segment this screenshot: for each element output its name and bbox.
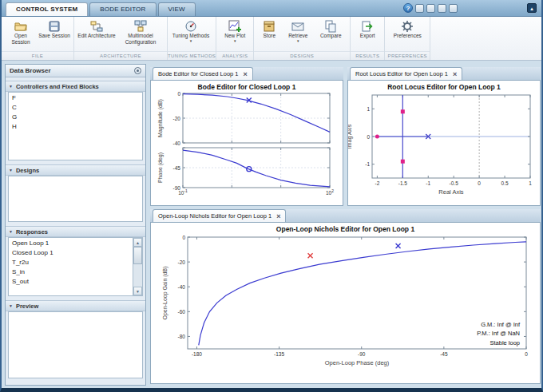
data-browser-menu-icon[interactable] <box>134 67 141 74</box>
button-label: Multimodel Configuration <box>117 33 164 46</box>
app-window: CONTROL SYSTEM BODE EDITOR VIEW ? ▴ <box>0 0 543 392</box>
section-title: Designs <box>16 167 39 174</box>
store-box-icon <box>263 19 275 33</box>
responses-list[interactable]: Open Loop 1 Closed Loop 1 T_r2u S_in S_o… <box>8 237 143 296</box>
export-button[interactable]: Export <box>353 18 382 40</box>
retrieve-envelope-icon <box>291 19 304 33</box>
root-locus-plot-area[interactable]: Root Locus Editor for Open Loop 1 -2-1.5… <box>347 81 541 206</box>
chevron-down-icon: ▾ <box>190 39 192 42</box>
svg-text:1: 1 <box>367 106 370 112</box>
svg-text:-1: -1 <box>426 180 430 186</box>
tab-view[interactable]: VIEW <box>158 2 196 16</box>
ribbon-group-label: DESIGNS <box>254 51 350 60</box>
export-icon <box>361 19 374 33</box>
list-item[interactable]: S_out <box>9 276 142 286</box>
list-item[interactable]: C <box>9 102 142 112</box>
button-label: Edit Architecture <box>77 33 115 39</box>
save-session-button[interactable]: Save Session <box>38 18 71 40</box>
scroll-down-icon[interactable]: ▼ <box>133 287 142 295</box>
tab-nichols-doc[interactable]: Open-Loop Nichols Editor for Open Loop 1… <box>153 209 286 222</box>
section-controllers[interactable]: ▼ Controllers and Fixed Blocks <box>6 81 145 92</box>
ribbon-group-label: RESULTS <box>351 51 384 60</box>
root-locus-plot[interactable]: -2-1.5-1-0.500.5110-1Imag AxisReal Axis <box>348 92 540 204</box>
close-icon[interactable]: × <box>276 212 280 220</box>
svg-text:-180: -180 <box>192 351 202 357</box>
list-item[interactable]: Closed Loop 1 <box>9 247 142 257</box>
ribbon-group-label: PREFERENCES <box>385 51 430 60</box>
collapse-triangle-icon: ▼ <box>9 84 13 89</box>
window-icons: ? ▴ <box>403 3 537 13</box>
close-icon[interactable]: × <box>243 70 247 78</box>
list-item[interactable]: S_in <box>9 267 142 276</box>
ribbon-group-label: ARCHITECTURE <box>74 51 167 60</box>
button-label: Preferences <box>394 33 422 39</box>
tuning-methods-button[interactable]: Tuning Methods ▾ <box>170 18 212 43</box>
compare-button[interactable]: Compare <box>314 18 347 40</box>
multimodel-configuration-button[interactable]: Multimodel Configuration <box>117 18 164 46</box>
nichols-plot-title: Open-Loop Nichols Editor for Open Loop 1 <box>151 225 540 234</box>
edit-architecture-button[interactable]: Edit Architecture <box>77 18 117 40</box>
svg-text:-1.5: -1.5 <box>398 180 408 186</box>
section-title: Responses <box>16 228 48 236</box>
svg-text:-40: -40 <box>173 141 181 146</box>
section-responses[interactable]: ▼ Responses <box>6 226 145 237</box>
tuning-gauge-icon <box>184 19 197 33</box>
preferences-button[interactable]: Preferences <box>387 18 427 40</box>
data-browser-panel: Data Browser ▼ Controllers and Fixed Blo… <box>5 64 146 386</box>
svg-text:-90: -90 <box>358 351 366 357</box>
quick-access-icon[interactable] <box>438 4 446 13</box>
collapse-triangle-icon: ▼ <box>9 303 13 308</box>
svg-text:-20: -20 <box>173 116 181 121</box>
ribbon-group-label: TUNING METHODS <box>168 51 216 60</box>
ribbon-group-label: FILE <box>2 51 73 60</box>
svg-text:-45: -45 <box>440 351 448 357</box>
tab-control-system[interactable]: CONTROL SYSTEM <box>6 2 88 16</box>
store-button[interactable]: Store <box>256 18 282 40</box>
bode-plot[interactable]: 0-20-40Magnitude (dB)10-1102-45-90Phase … <box>151 92 343 204</box>
nichols-plot-area[interactable]: Open-Loop Nichols Editor for Open Loop 1… <box>150 223 541 384</box>
open-session-button[interactable]: Open Session <box>4 18 38 46</box>
collapse-triangle-icon: ▼ <box>9 168 13 172</box>
section-title: Controllers and Fixed Blocks <box>16 83 99 90</box>
help-icon[interactable]: ? <box>403 3 413 13</box>
list-item[interactable]: H <box>9 121 142 131</box>
minimize-ribbon-icon[interactable]: ▴ <box>527 3 537 13</box>
button-label: Export <box>360 33 375 39</box>
section-preview[interactable]: ▼ Preview <box>6 300 145 311</box>
section-designs[interactable]: ▼ Designs <box>6 164 145 176</box>
tab-bode-editor-doc[interactable]: Bode Editor for Closed Loop 1 × <box>153 67 253 80</box>
close-icon[interactable]: × <box>453 70 457 78</box>
svg-text:Real Axis: Real Axis <box>438 188 464 196</box>
designs-list[interactable] <box>8 176 143 222</box>
list-item[interactable]: F <box>9 93 142 102</box>
svg-text:Open-Loop Phase (deg): Open-Loop Phase (deg) <box>325 359 390 366</box>
ribbon-group-results: Export RESULTS <box>351 17 385 60</box>
gain-margin-text: G.M.: Inf @ Inf <box>477 320 520 329</box>
nichols-plot[interactable]: -180-135-90-4500-20-40-60-80Open-Loop Ga… <box>151 234 540 382</box>
chevron-down-icon: ▾ <box>297 39 299 42</box>
svg-text:-2: -2 <box>375 180 379 186</box>
scrollbar[interactable]: ▲ ▼ <box>133 238 142 295</box>
tab-label: Bode Editor for Closed Loop 1 <box>158 70 238 77</box>
ribbon: Open Session Save Session FILE <box>2 17 541 61</box>
quick-access-icon[interactable] <box>449 4 458 13</box>
quick-access-icon[interactable] <box>415 4 424 13</box>
scroll-up-icon[interactable]: ▲ <box>133 238 142 247</box>
scrollbar-thumb[interactable] <box>133 247 142 264</box>
tab-bode-editor[interactable]: BODE EDITOR <box>89 2 156 16</box>
svg-text:-60: -60 <box>178 309 186 315</box>
collapse-triangle-icon: ▼ <box>9 229 13 234</box>
quick-access-icon[interactable] <box>426 4 435 13</box>
list-item[interactable]: T_r2u <box>9 257 142 267</box>
list-item[interactable]: G <box>9 112 142 121</box>
controllers-list[interactable]: F C G H <box>8 92 143 160</box>
data-browser-header: Data Browser <box>6 65 145 77</box>
new-plot-button[interactable]: New Plot ▾ <box>219 18 251 43</box>
folder-open-icon <box>14 19 27 33</box>
retrieve-button[interactable]: Retrieve ▾ <box>282 18 314 43</box>
section-title: Preview <box>16 303 38 310</box>
nichols-panel: Open-Loop Nichols Editor for Open Loop 1… <box>150 209 541 384</box>
list-item[interactable]: Open Loop 1 <box>9 238 142 247</box>
bode-plot-area[interactable]: Bode Editor for Closed Loop 1 0-20-40Mag… <box>150 81 343 206</box>
tab-root-locus-doc[interactable]: Root Locus Editor for Open Loop 1 × <box>350 67 462 80</box>
